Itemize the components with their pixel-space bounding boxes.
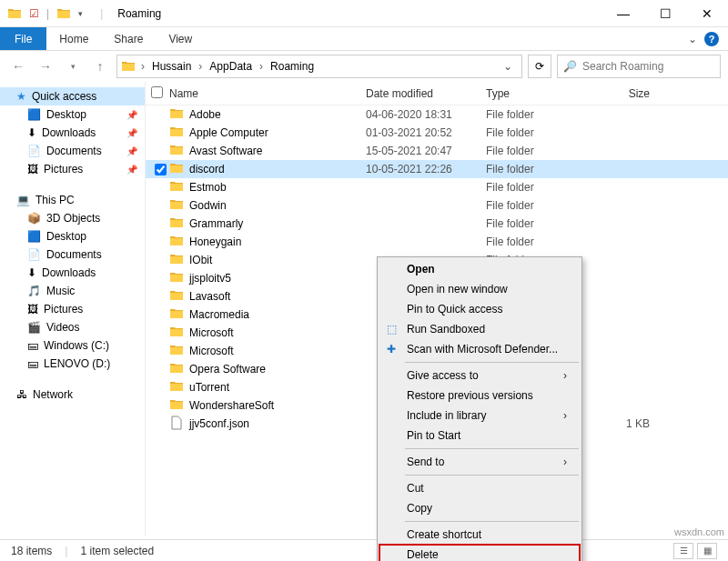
sidebar-item-label: LENOVO (D:) xyxy=(44,357,110,370)
sidebar-item[interactable]: 🖴Windows (C:) xyxy=(0,336,145,355)
file-name: Honeygain xyxy=(189,235,241,248)
nav-history-icon[interactable]: ▾ xyxy=(62,55,84,77)
sidebar-item[interactable]: 🖼Pictures xyxy=(0,300,145,318)
item-icon: 🖼 xyxy=(27,163,38,175)
watermark: wsxdn.com xyxy=(674,526,724,537)
file-name: Microsoft xyxy=(189,345,234,357)
nav-up-button[interactable]: ↑ xyxy=(89,55,111,77)
breadcrumb[interactable]: Roaming xyxy=(268,60,316,73)
sidebar-item[interactable]: 🎬Videos xyxy=(0,318,145,336)
context-item[interactable]: Create shortcut xyxy=(379,525,580,545)
window-title: Roaming xyxy=(110,7,161,20)
table-row[interactable]: Avast Software 15-05-2021 20:47 File fol… xyxy=(146,142,728,160)
item-icon: ⬇ xyxy=(27,126,36,139)
sidebar-item-label: Desktop xyxy=(46,108,86,121)
address-dropdown-icon[interactable]: ⌄ xyxy=(498,60,518,73)
sidebar-item[interactable]: 🟦Desktop xyxy=(0,227,145,245)
table-row[interactable]: Grammarly File folder xyxy=(146,215,728,233)
item-icon: 📄 xyxy=(27,248,41,261)
context-item-label: Create shortcut xyxy=(407,528,481,541)
context-item[interactable]: Cut xyxy=(379,478,580,498)
sidebar-item[interactable]: ⬇Downloads📌 xyxy=(0,124,145,142)
column-size[interactable]: Size xyxy=(586,87,650,100)
sidebar-item[interactable]: 🖴LENOVO (D:) xyxy=(0,355,145,373)
tab-file[interactable]: File xyxy=(0,27,46,50)
breadcrumb[interactable]: Hussain xyxy=(150,60,193,73)
help-icon[interactable]: ? xyxy=(704,32,719,46)
table-row[interactable]: discord 10-05-2021 22:26 File folder xyxy=(146,160,728,178)
context-item-label: Restore previous versions xyxy=(407,389,533,402)
sidebar-item[interactable]: 📄Documents📌 xyxy=(0,142,145,160)
table-row[interactable]: Honeygain File folder xyxy=(146,233,728,251)
ribbon-expand-icon[interactable]: ⌄ xyxy=(688,33,697,45)
context-item[interactable]: Include in library› xyxy=(379,406,580,426)
refresh-button[interactable]: ⟳ xyxy=(528,55,551,78)
context-item[interactable]: Delete xyxy=(379,545,580,561)
folder-small-icon xyxy=(56,6,71,21)
folder-icon xyxy=(7,6,22,21)
minimize-button[interactable]: — xyxy=(602,0,644,27)
tab-view[interactable]: View xyxy=(156,27,205,50)
table-row[interactable]: Estmob File folder xyxy=(146,178,728,196)
sidebar-item[interactable]: 🖼Pictures📌 xyxy=(0,160,145,178)
sidebar-item[interactable]: 🟦Desktop📌 xyxy=(0,105,145,124)
context-item[interactable]: Restore previous versions xyxy=(379,386,580,406)
tab-share[interactable]: Share xyxy=(101,27,156,50)
item-icon: 🟦 xyxy=(27,230,41,243)
file-type: File folder xyxy=(486,163,586,175)
maximize-button[interactable]: ☐ xyxy=(644,0,686,27)
context-item[interactable]: Give access to› xyxy=(379,366,580,386)
column-name[interactable]: Name xyxy=(169,87,366,100)
sidebar-quick-access[interactable]: ★ Quick access xyxy=(0,87,145,105)
table-row[interactable]: Godwin File folder xyxy=(146,196,728,215)
sidebar-item[interactable]: 📦3D Objects xyxy=(0,209,145,227)
chevron-right-icon: › xyxy=(563,456,580,468)
chevron-right-icon[interactable]: › xyxy=(197,60,204,73)
file-date: 01-03-2021 20:52 xyxy=(366,126,486,139)
column-type[interactable]: Type xyxy=(486,87,586,100)
pin-icon: 📌 xyxy=(126,128,137,138)
item-icon: 🖴 xyxy=(27,357,38,370)
pc-icon: 💻 xyxy=(16,194,30,206)
chevron-right-icon[interactable]: › xyxy=(139,60,147,73)
context-item[interactable]: Copy xyxy=(379,498,580,518)
chevron-right-icon[interactable]: › xyxy=(258,60,265,73)
file-name: jjsploitv5 xyxy=(189,272,231,285)
sidebar-item-label: Videos xyxy=(46,321,79,334)
view-icons-button[interactable]: ▦ xyxy=(697,543,717,559)
sidebar-item[interactable]: 🎵Music xyxy=(0,282,145,300)
context-menu: OpenOpen in new windowPin to Quick acces… xyxy=(377,256,582,561)
nav-forward-button[interactable]: → xyxy=(35,55,56,77)
navigation-pane: ★ Quick access 🟦Desktop📌⬇Downloads📌📄Docu… xyxy=(0,82,146,536)
table-row[interactable]: Apple Computer 01-03-2021 20:52 File fol… xyxy=(146,124,728,142)
sidebar-this-pc[interactable]: 💻 This PC xyxy=(0,191,145,209)
view-details-button[interactable]: ☰ xyxy=(673,543,693,559)
context-item[interactable]: Send to› xyxy=(379,452,580,472)
select-all-checkbox[interactable] xyxy=(151,86,163,98)
sidebar-item[interactable]: ⬇Downloads xyxy=(0,264,145,282)
context-item[interactable]: ⬚Run Sandboxed xyxy=(379,319,580,339)
column-date[interactable]: Date modified xyxy=(366,87,486,100)
context-item[interactable]: Open xyxy=(379,259,580,279)
file-name: Apple Computer xyxy=(189,126,268,139)
qat-check-icon[interactable]: ☑ xyxy=(29,7,39,20)
table-row[interactable]: Adobe 04-06-2020 18:31 File folder xyxy=(146,105,728,124)
context-item-label: Include in library xyxy=(407,409,486,422)
tab-home[interactable]: Home xyxy=(46,27,101,50)
row-checkbox[interactable] xyxy=(155,164,167,175)
address-bar[interactable]: › Hussain › AppData › Roaming ⌄ xyxy=(116,55,522,78)
breadcrumb[interactable]: AppData xyxy=(207,60,254,73)
sidebar-item-label: This PC xyxy=(35,194,75,206)
context-item[interactable]: Open in new window xyxy=(379,279,580,299)
qat-dropdown-icon[interactable]: ▾ xyxy=(78,9,83,18)
context-item-label: Run Sandboxed xyxy=(407,323,485,336)
sidebar-item[interactable]: 📄Documents xyxy=(0,245,145,264)
folder-icon xyxy=(169,125,184,142)
context-item[interactable]: Pin to Quick access xyxy=(379,299,580,319)
sidebar-network[interactable]: 🖧 Network xyxy=(0,386,145,404)
context-item[interactable]: Pin to Start xyxy=(379,426,580,446)
context-item[interactable]: ✚Scan with Microsoft Defender... xyxy=(379,339,580,359)
close-button[interactable]: ✕ xyxy=(686,0,728,27)
nav-back-button[interactable]: ← xyxy=(7,55,29,77)
search-input[interactable]: 🔍 Search Roaming xyxy=(557,55,721,78)
